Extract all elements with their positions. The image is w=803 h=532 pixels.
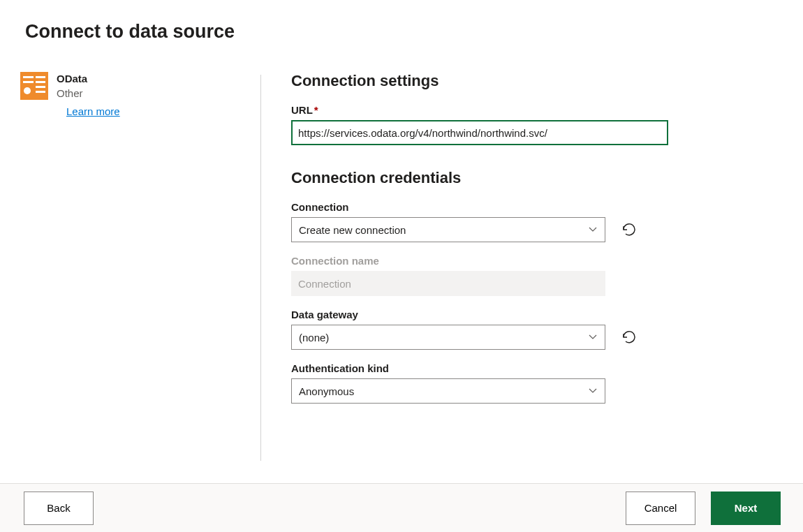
url-input[interactable] <box>291 120 668 145</box>
connection-settings-heading: Connection settings <box>291 72 782 90</box>
authentication-kind-label: Authentication kind <box>291 362 782 374</box>
connector-summary: OData Other Learn more <box>0 72 260 416</box>
back-button[interactable]: Back <box>24 492 94 525</box>
svg-rect-2 <box>36 76 45 78</box>
refresh-connection-button[interactable] <box>621 221 638 238</box>
connection-dropdown[interactable]: Create new connection <box>291 217 605 242</box>
chevron-down-icon <box>588 332 598 342</box>
connection-label: Connection <box>291 201 782 213</box>
authentication-kind-dropdown[interactable]: Anonymous <box>291 378 605 404</box>
url-label: URL* <box>291 104 782 116</box>
authentication-kind-value: Anonymous <box>299 385 354 397</box>
connection-name-label: Connection name <box>291 255 782 267</box>
panel-divider <box>260 75 261 461</box>
refresh-icon <box>621 222 637 237</box>
chevron-down-icon <box>588 386 598 396</box>
svg-rect-6 <box>36 86 45 88</box>
svg-rect-7 <box>36 91 45 93</box>
refresh-icon <box>621 330 637 345</box>
svg-rect-1 <box>23 76 34 78</box>
chevron-down-icon <box>588 225 598 235</box>
page-title: Connect to data source <box>0 0 803 43</box>
data-gateway-label: Data gateway <box>291 309 782 320</box>
cancel-button[interactable]: Cancel <box>626 492 695 525</box>
required-indicator: * <box>314 104 318 116</box>
next-button[interactable]: Next <box>711 492 781 525</box>
data-gateway-dropdown-value: (none) <box>299 332 329 343</box>
connector-name: OData <box>57 72 120 86</box>
connection-dropdown-value: Create new connection <box>299 224 406 236</box>
svg-point-5 <box>24 87 31 94</box>
svg-rect-3 <box>23 81 34 83</box>
svg-rect-4 <box>36 81 45 83</box>
data-gateway-dropdown[interactable]: (none) <box>291 325 605 350</box>
odata-connector-icon <box>20 72 48 100</box>
refresh-gateway-button[interactable] <box>621 329 638 346</box>
connection-name-input: Connection <box>291 271 605 296</box>
connector-category: Other <box>57 86 120 101</box>
learn-more-link[interactable]: Learn more <box>66 105 120 117</box>
connection-credentials-heading: Connection credentials <box>291 169 782 187</box>
dialog-footer: Back Cancel Next <box>0 483 803 532</box>
